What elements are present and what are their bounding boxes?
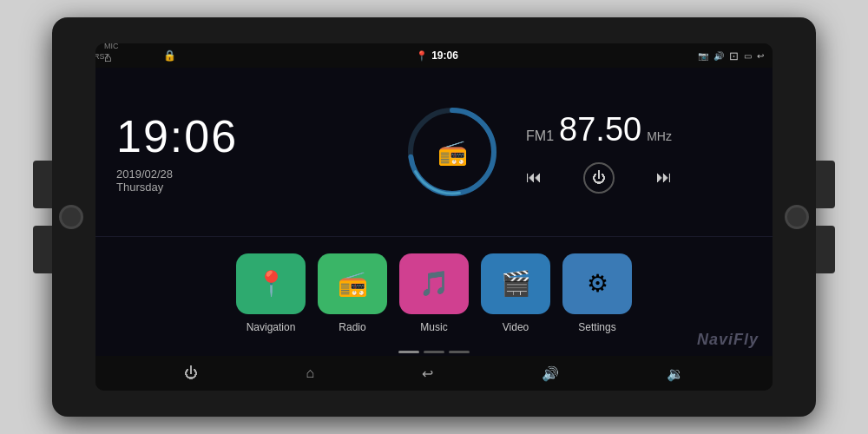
knob-left bbox=[59, 205, 83, 229]
radio-freq-row: FM1 87.50 MHz bbox=[526, 111, 672, 148]
radio-icon: 📻 bbox=[437, 138, 468, 167]
knob-right bbox=[785, 205, 809, 229]
bracket-tab-right-bottom bbox=[816, 226, 835, 273]
radio-app-icon: 📻 bbox=[338, 269, 368, 298]
navigation-icon: 📍 bbox=[256, 269, 286, 298]
app-icon-video: 🎬 bbox=[481, 253, 550, 314]
music-icon: 🎵 bbox=[419, 269, 450, 298]
top-section: 19:06 2019/02/28 Thursday bbox=[95, 68, 773, 237]
radio-circle: 📻 bbox=[404, 104, 500, 200]
radio-frequency: 87.50 bbox=[559, 111, 641, 148]
bracket-tab-left-bottom bbox=[33, 226, 52, 273]
status-time: 19:06 bbox=[431, 49, 458, 62]
clock-date: 2019/02/28 bbox=[116, 168, 283, 181]
app-label-navigation: Navigation bbox=[247, 321, 296, 333]
bottom-power-button[interactable]: ⏻ bbox=[177, 362, 205, 385]
radio-info: FM1 87.50 MHz ⏮ ⏻ ⏭ bbox=[526, 111, 672, 194]
app-item-navigation[interactable]: 📍 Navigation bbox=[236, 253, 306, 333]
volume-icon[interactable]: 🔊 bbox=[713, 51, 724, 61]
page-indicator bbox=[95, 349, 773, 356]
pin-icon: 📍 bbox=[416, 50, 428, 62]
clock-time: 19:06 bbox=[116, 110, 283, 162]
bracket-tab-left-top bbox=[33, 161, 52, 208]
app-label-music: Music bbox=[420, 321, 447, 333]
lock-icon: 🔒 bbox=[163, 49, 176, 62]
bottom-bar: ⏻ ⌂ ↩ 🔊 🔉 bbox=[95, 356, 773, 391]
bracket-tab-right-top bbox=[816, 161, 835, 208]
clock-day: Thursday bbox=[116, 181, 283, 194]
app-label-settings: Settings bbox=[578, 321, 615, 333]
clock-section: 19:06 2019/02/28 Thursday bbox=[95, 68, 304, 236]
device-screen: MIC ⌂ RST 🔒 📍 19:06 📷 🔊 ⊡ ▭ ↩ bbox=[95, 43, 773, 391]
app-label-video: Video bbox=[503, 321, 529, 333]
radio-unit: MHz bbox=[647, 129, 672, 143]
radio-next-button[interactable]: ⏭ bbox=[656, 168, 672, 187]
camera-icon: 📷 bbox=[698, 51, 708, 61]
radio-controls: ⏮ ⏻ ⏭ bbox=[526, 162, 672, 194]
main-content: 19:06 2019/02/28 Thursday bbox=[95, 68, 773, 356]
rst-label: RST bbox=[95, 52, 109, 61]
bottom-volume-down-button[interactable]: 🔉 bbox=[660, 362, 691, 385]
device-outer: MIC ⌂ RST 🔒 📍 19:06 📷 🔊 ⊡ ▭ ↩ bbox=[52, 17, 816, 417]
radio-power-button[interactable]: ⏻ bbox=[583, 162, 615, 194]
page-dot-1 bbox=[398, 351, 419, 353]
status-right: 📷 🔊 ⊡ ▭ ↩ bbox=[698, 49, 764, 62]
bracket-right bbox=[816, 161, 835, 273]
status-bar-left: MIC ⌂ RST 🔒 bbox=[104, 47, 176, 64]
page-dot-3 bbox=[449, 351, 470, 353]
mic-label: MIC bbox=[104, 43, 119, 50]
bottom-home-button[interactable]: ⌂ bbox=[299, 362, 321, 385]
app-grid: 📍 Navigation 📻 Radio 🎵 Music bbox=[95, 237, 773, 349]
app-item-video[interactable]: 🎬 Video bbox=[481, 253, 550, 333]
back-icon[interactable]: ↩ bbox=[757, 51, 764, 61]
app-label-radio: Radio bbox=[339, 321, 365, 333]
app-icon-music: 🎵 bbox=[399, 253, 469, 314]
app-icon-settings: ⚙ bbox=[562, 253, 632, 314]
video-icon: 🎬 bbox=[501, 269, 531, 298]
page-dot-2 bbox=[424, 351, 444, 353]
bottom-volume-up-button[interactable]: 🔊 bbox=[535, 362, 566, 385]
radio-power-icon: ⏻ bbox=[592, 170, 606, 186]
app-icon-navigation: 📍 bbox=[236, 253, 306, 314]
status-center: 📍 19:06 bbox=[416, 49, 458, 62]
status-bar: MIC ⌂ RST 🔒 📍 19:06 📷 🔊 ⊡ ▭ ↩ bbox=[95, 43, 773, 68]
radio-widget: 📻 FM1 87.50 MHz ⏮ ⏻ bbox=[304, 68, 773, 236]
window-icon: ▭ bbox=[744, 51, 752, 61]
bracket-left bbox=[33, 161, 52, 273]
radio-prev-button[interactable]: ⏮ bbox=[526, 168, 542, 187]
screen-icon: ⊡ bbox=[729, 49, 739, 62]
radio-band: FM1 bbox=[526, 128, 554, 144]
app-icon-radio: 📻 bbox=[318, 253, 387, 314]
app-item-music[interactable]: 🎵 Music bbox=[399, 253, 469, 333]
app-item-settings[interactable]: ⚙ Settings bbox=[562, 253, 632, 333]
settings-icon: ⚙ bbox=[587, 269, 608, 298]
app-item-radio[interactable]: 📻 Radio bbox=[318, 253, 387, 333]
bottom-back-button[interactable]: ↩ bbox=[415, 362, 440, 385]
